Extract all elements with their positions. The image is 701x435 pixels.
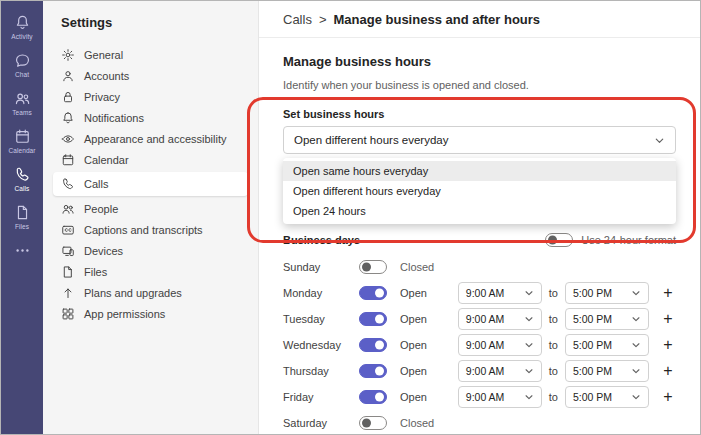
breadcrumb-parent[interactable]: Calls [283,12,312,27]
time-range-group: 9:00 AM to 5:00 PM + [458,386,676,408]
business-hours-listbox: Open same hours everydayOpen different h… [283,158,676,224]
chevron-down-icon [631,392,641,402]
day-state-label: Closed [400,261,450,273]
day-state-label: Open [400,313,450,325]
end-time-select[interactable]: 5:00 PM [565,334,649,356]
grid-icon [61,307,75,321]
business-days-list: Sunday Closed Monday Open 9:00 AM to 5:0… [283,254,676,435]
business-days-label: Business days [283,234,360,246]
sidebar-item-label: App permissions [84,308,165,320]
add-time-range-button[interactable]: + [660,389,676,405]
sidebar-item-notifications[interactable]: Notifications [53,107,248,128]
sidebar-item-label: People [84,203,118,215]
breadcrumb: Calls > Manage business and after hours [259,1,700,38]
start-time-select[interactable]: 9:00 AM [458,386,542,408]
business-day-row: Sunday Closed [283,254,676,280]
business-days-header: Business days Use 24-hour format [283,233,676,247]
dropdown-option[interactable]: Open different hours everyday [283,181,676,201]
phone-icon [61,177,75,191]
start-time-select[interactable]: 9:00 AM [458,334,542,356]
day-state-label: Open [400,365,450,377]
to-label: to [549,339,558,351]
teams-settings-window: ActivityChatTeamsCalendarCallsFiles Sett… [0,0,701,435]
sidebar-item-devices[interactable]: Devices [53,240,248,261]
end-time-select[interactable]: 5:00 PM [565,360,649,382]
settings-nav-list: GeneralAccountsPrivacyNotificationsAppea… [43,44,258,324]
rail-item-calls[interactable]: Calls [1,161,43,197]
dropdown-option[interactable]: Open 24 hours [283,201,676,221]
to-label: to [549,391,558,403]
sidebar-item-privacy[interactable]: Privacy [53,86,248,107]
day-state-label: Closed [400,417,450,429]
start-time-select[interactable]: 9:00 AM [458,360,542,382]
sidebar-item-accounts[interactable]: Accounts [53,65,248,86]
business-day-row: Friday Open 9:00 AM to 5:00 PM + [283,384,676,410]
sidebar-item-app-permissions[interactable]: App permissions [53,303,248,324]
chevron-down-icon [631,366,641,376]
day-open-toggle[interactable] [359,286,387,300]
sidebar-item-label: Calendar [84,154,129,166]
add-time-range-button[interactable]: + [660,363,676,379]
day-open-toggle[interactable] [359,364,387,378]
sidebar-item-general[interactable]: General [53,44,248,65]
calendar-icon [14,128,31,145]
time-range-group: 9:00 AM to 5:00 PM + [458,282,676,304]
business-hours-select[interactable]: Open different hours everyday [283,126,676,154]
gear-icon [61,48,75,62]
start-time-select[interactable]: 9:00 AM [458,282,542,304]
rail-item-calendar[interactable]: Calendar [1,123,43,159]
rail-item-label: Calls [15,185,30,192]
sidebar-item-label: General [84,49,123,61]
business-day-row: Tuesday Open 9:00 AM to 5:00 PM + [283,306,676,332]
file-icon [14,204,31,221]
end-time-select[interactable]: 5:00 PM [565,308,649,330]
dropdown-option[interactable]: Open same hours everyday [283,161,676,181]
settings-main-panel: Calls > Manage business and after hours … [259,1,700,434]
sidebar-item-files[interactable]: Files [53,261,248,282]
chevron-down-icon [524,314,534,324]
page-description: Identify when your business is opened an… [283,79,676,91]
end-time-select[interactable]: 5:00 PM [565,386,649,408]
start-time-value: 9:00 AM [466,313,505,325]
use-24-hour-toggle[interactable] [545,233,573,247]
to-label: to [549,313,558,325]
lock-icon [61,90,75,104]
sidebar-item-appearance-and-accessibility[interactable]: Appearance and accessibility [53,128,248,149]
sidebar-item-people[interactable]: People [53,198,248,219]
rail-item-chat[interactable]: Chat [1,47,43,83]
end-time-value: 5:00 PM [573,313,612,325]
rail-item-more[interactable] [1,237,43,264]
start-time-value: 9:00 AM [466,365,505,377]
day-label: Thursday [283,365,359,377]
day-open-toggle[interactable] [359,416,387,430]
end-time-select[interactable]: 5:00 PM [565,282,649,304]
rail-item-activity[interactable]: Activity [1,9,43,45]
sidebar-item-label: Notifications [84,112,144,124]
toggle-knob [362,419,371,428]
day-open-toggle[interactable] [359,390,387,404]
sidebar-item-calendar[interactable]: Calendar [53,149,248,170]
sidebar-item-label: Privacy [84,91,120,103]
sidebar-item-captions-and-transcripts[interactable]: Captions and transcripts [53,219,248,240]
add-time-range-button[interactable]: + [660,311,676,327]
toggle-knob [548,236,557,245]
add-time-range-button[interactable]: + [660,337,676,353]
day-open-toggle[interactable] [359,260,387,274]
day-label: Wednesday [283,339,359,351]
rail-item-label: Teams [12,109,32,116]
rail-item-teams[interactable]: Teams [1,85,43,121]
sidebar-item-calls[interactable]: Calls [53,172,248,196]
business-hours-select-value: Open different hours everyday [294,134,449,146]
app-rail: ActivityChatTeamsCalendarCallsFiles [1,1,43,434]
use-24-hour-label: Use 24-hour format [581,234,676,246]
chevron-down-icon [631,340,641,350]
day-open-toggle[interactable] [359,338,387,352]
day-label: Friday [283,391,359,403]
rail-item-files[interactable]: Files [1,199,43,235]
add-time-range-button[interactable]: + [660,285,676,301]
day-open-toggle[interactable] [359,312,387,326]
start-time-select[interactable]: 9:00 AM [458,308,542,330]
settings-sidebar: Settings GeneralAccountsPrivacyNotificat… [43,1,259,434]
file-icon [61,265,75,279]
sidebar-item-plans-and-upgrades[interactable]: Plans and upgrades [53,282,248,303]
